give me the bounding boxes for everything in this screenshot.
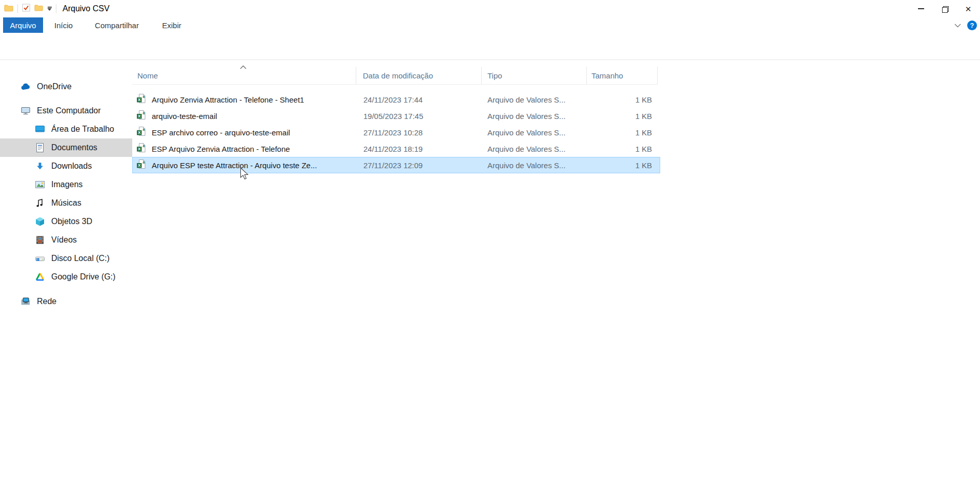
onedrive-icon	[21, 82, 31, 92]
file-row[interactable]: aX ESP archivo correo - arquivo-teste-em…	[132, 124, 660, 141]
file-type: Arquivo de Valores S...	[482, 145, 587, 153]
help-icon[interactable]: ?	[967, 21, 977, 30]
sidebar-item-label: OneDrive	[37, 82, 72, 91]
file-list-pane: Nome Data de modificação Tipo Tamanho aX…	[132, 60, 980, 501]
column-header-tipo[interactable]: Tipo	[482, 67, 587, 84]
svg-text:a: a	[143, 111, 145, 115]
svg-text:X: X	[138, 163, 141, 168]
titlebar-divider	[56, 4, 56, 13]
titlebar-divider	[17, 4, 18, 13]
sidebar-item-label: Disco Local (C:)	[51, 254, 110, 263]
sidebar-item-onedrive[interactable]: OneDrive	[0, 77, 132, 96]
tab-compartilhar[interactable]: Compartilhar	[86, 17, 148, 33]
restore-button[interactable]	[933, 0, 956, 17]
local-disk-icon	[35, 253, 45, 264]
file-modified: 27/11/2023 12:09	[356, 161, 482, 170]
ribbon-tab-bar: Arquivo Início Compartilhar Exibir ?	[0, 17, 980, 33]
desktop-icon	[35, 124, 45, 134]
minimize-button[interactable]	[909, 0, 933, 17]
navigation-pane: OneDrive Este Computador Área de Trabalh…	[0, 60, 132, 501]
sidebar-item-area-de-trabalho[interactable]: Área de Trabalho	[0, 120, 132, 138]
column-header-row: Nome Data de modificação Tipo Tamanho	[132, 67, 658, 85]
svg-text:X: X	[138, 130, 141, 135]
sidebar-item-label: Documentos	[51, 143, 97, 152]
navigation-toolbar: Este Computador Documentos Arquivo CSV	[0, 33, 980, 60]
file-rows: aX Arquivo Zenvia Attraction - Telefone …	[132, 91, 660, 173]
file-modified: 24/11/2023 18:19	[356, 145, 482, 153]
qat-new-folder-icon[interactable]	[34, 4, 43, 13]
sidebar-item-label: Rede	[37, 297, 56, 306]
tab-exibir[interactable]: Exibir	[154, 17, 190, 33]
svg-text:X: X	[138, 147, 141, 151]
column-header-data-de-modificacao[interactable]: Data de modificação	[356, 67, 482, 84]
file-row[interactable]: aX arquivo-teste-email 19/05/2023 17:45 …	[132, 108, 660, 124]
file-type: Arquivo de Valores S...	[482, 112, 587, 121]
file-size: 1 KB	[587, 161, 652, 170]
close-button[interactable]: ✕	[956, 0, 980, 17]
this-pc-icon	[21, 106, 31, 116]
csv-file-icon: aX	[136, 126, 147, 138]
svg-text:X: X	[138, 114, 141, 118]
minimize-icon	[918, 8, 924, 9]
qat-properties-icon[interactable]	[22, 4, 30, 14]
file-name: Arquivo Zenvia Attraction - Telefone - S…	[152, 95, 304, 104]
window-controls: ✕	[909, 0, 980, 17]
sidebar-item-documentos[interactable]: Documentos	[0, 138, 132, 157]
file-size: 1 KB	[587, 95, 652, 104]
file-modified: 19/05/2023 17:45	[356, 112, 482, 121]
svg-text:a: a	[143, 128, 145, 131]
sidebar-item-label: Imagens	[51, 180, 83, 189]
restore-icon	[942, 6, 948, 12]
file-type: Arquivo de Valores S...	[482, 95, 587, 104]
file-type: Arquivo de Valores S...	[482, 161, 587, 170]
network-icon	[21, 296, 31, 307]
file-name: Arquivo ESP teste Attraction - Arquivo t…	[152, 161, 317, 170]
sidebar-item-musicas[interactable]: Músicas	[0, 194, 132, 212]
expand-ribbon-icon[interactable]	[954, 21, 961, 30]
music-icon	[35, 198, 45, 208]
videos-icon	[35, 235, 45, 245]
csv-file-icon: aX	[136, 159, 147, 171]
sidebar-item-label: Área de Trabalho	[51, 125, 114, 134]
file-row[interactable]: aX ESP Arquivo Zenvia Attraction - Telef…	[132, 141, 660, 157]
sidebar-item-downloads[interactable]: Downloads	[0, 157, 132, 175]
svg-text:a: a	[143, 144, 145, 148]
sidebar-item-label: Google Drive (G:)	[51, 272, 115, 282]
file-name: ESP archivo correo - arquivo-teste-email	[152, 128, 290, 137]
file-explorer-window: Arquivo CSV ✕ Arquivo Início Compartilha…	[0, 0, 980, 501]
file-name: arquivo-teste-email	[152, 112, 217, 121]
title-bar: Arquivo CSV ✕	[0, 0, 980, 17]
3d-objects-icon	[35, 216, 45, 227]
file-row-selected[interactable]: aX Arquivo ESP teste Attraction - Arquiv…	[132, 157, 660, 173]
file-modified: 27/11/2023 10:28	[356, 128, 482, 137]
sidebar-item-label: Este Computador	[37, 106, 101, 115]
file-name: ESP Arquivo Zenvia Attraction - Telefone	[152, 145, 290, 153]
sidebar-item-label: Músicas	[51, 198, 81, 208]
window-title: Arquivo CSV	[63, 4, 110, 13]
column-header-tamanho[interactable]: Tamanho	[587, 67, 658, 84]
file-row[interactable]: aX Arquivo Zenvia Attraction - Telefone …	[132, 91, 660, 108]
svg-text:X: X	[138, 97, 141, 102]
sidebar-item-label: Vídeos	[51, 235, 77, 245]
sidebar-item-objetos-3d[interactable]: Objetos 3D	[0, 212, 132, 231]
sidebar-item-label: Objetos 3D	[51, 217, 92, 226]
file-size: 1 KB	[587, 128, 652, 137]
svg-text:a: a	[143, 161, 145, 164]
csv-file-icon: aX	[136, 110, 147, 122]
google-drive-icon	[35, 272, 45, 282]
sidebar-item-videos[interactable]: Vídeos	[0, 231, 132, 249]
pictures-icon	[35, 179, 45, 190]
column-header-nome[interactable]: Nome	[132, 67, 356, 84]
sidebar-item-disco-local-c[interactable]: Disco Local (C:)	[0, 249, 132, 268]
csv-file-icon: aX	[136, 93, 147, 106]
sidebar-item-este-computador[interactable]: Este Computador	[0, 102, 132, 120]
file-size: 1 KB	[587, 112, 652, 121]
sidebar-item-label: Downloads	[51, 162, 92, 171]
sidebar-item-imagens[interactable]: Imagens	[0, 175, 132, 194]
sidebar-item-google-drive-g[interactable]: Google Drive (G:)	[0, 268, 132, 286]
qat-customize-dropdown-icon[interactable]	[47, 7, 52, 10]
sidebar-item-rede[interactable]: Rede	[0, 292, 132, 311]
tab-arquivo[interactable]: Arquivo	[3, 17, 43, 33]
tab-inicio[interactable]: Início	[49, 17, 78, 33]
close-icon: ✕	[965, 5, 972, 13]
